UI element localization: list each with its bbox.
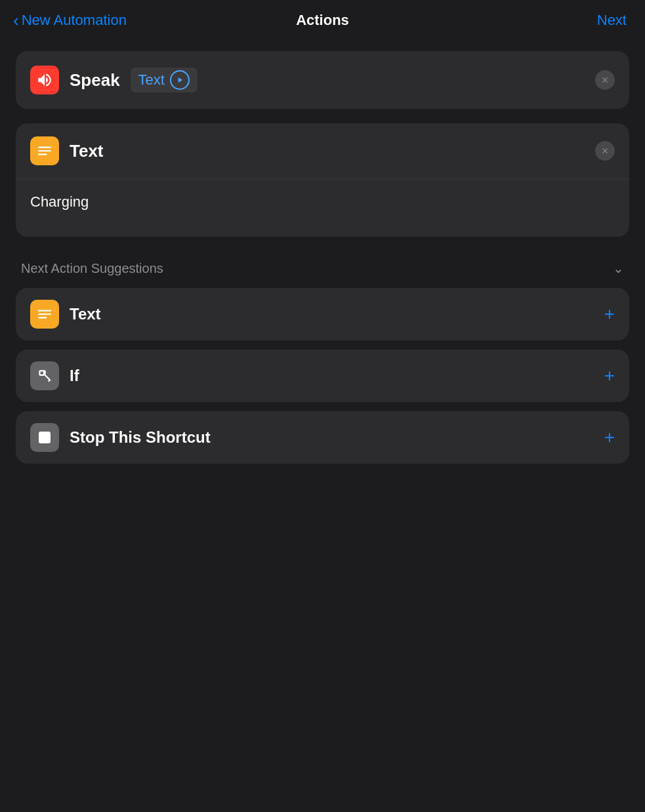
text-card-close-svg — [600, 146, 610, 155]
suggestion-if-icon — [30, 361, 59, 390]
speak-text-token[interactable]: Text — [131, 68, 198, 92]
suggestions-title: Next Action Suggestions — [21, 261, 163, 276]
back-chevron-icon: ‹ — [13, 12, 19, 29]
suggestion-item-stop[interactable]: Stop This Shortcut + — [16, 411, 629, 464]
suggestion-if-add-button[interactable]: + — [604, 367, 615, 385]
text-card-close-button[interactable] — [595, 141, 615, 161]
close-svg — [600, 75, 610, 85]
suggestion-text-add-button[interactable]: + — [604, 305, 615, 323]
text-card-svg — [36, 142, 53, 159]
page-title: Actions — [296, 12, 349, 29]
speak-card: Speak Text — [16, 51, 629, 109]
suggestion-text-icon — [30, 300, 59, 329]
arrow-right-svg — [175, 75, 184, 85]
speak-card-close-button[interactable] — [595, 70, 615, 90]
suggestion-stop-left: Stop This Shortcut — [30, 423, 211, 452]
speak-icon — [30, 66, 59, 94]
suggestion-item-if[interactable]: If + — [16, 350, 629, 402]
text-card-value: Charging — [30, 193, 89, 210]
text-card-icon — [30, 136, 59, 165]
suggestion-if-label: If — [70, 367, 79, 385]
speak-label: Speak — [70, 70, 120, 91]
text-card-header-left: Text — [30, 136, 104, 165]
suggestion-stop-add-button[interactable]: + — [604, 428, 615, 447]
suggestions-header: Next Action Suggestions ⌄ — [16, 256, 629, 288]
speak-text-token-label: Text — [138, 71, 165, 89]
suggestion-item-text[interactable]: Text + — [16, 288, 629, 340]
suggestion-if-left: If — [30, 361, 79, 390]
content-area: Speak Text — [0, 38, 645, 486]
suggestion-text-left: Text — [30, 300, 101, 329]
text-card-content: Charging — [16, 179, 629, 237]
suggestion-text-label: Text — [70, 305, 101, 323]
stop-icon-square — [39, 432, 51, 443]
speak-card-left: Speak Text — [30, 66, 198, 94]
suggestion-stop-label: Stop This Shortcut — [70, 428, 211, 447]
back-label: New Automation — [22, 12, 127, 29]
suggestions-chevron-icon[interactable]: ⌄ — [613, 260, 624, 276]
next-button[interactable]: Next — [597, 12, 627, 29]
suggestion-text-svg — [36, 306, 53, 323]
suggestion-stop-icon — [30, 423, 59, 452]
back-button[interactable]: ‹ New Automation — [13, 12, 127, 29]
text-card-header: Text — [16, 123, 629, 178]
text-card: Text Charging — [16, 123, 629, 237]
speaker-svg — [36, 71, 53, 89]
text-card-label: Text — [70, 141, 104, 161]
speak-text-arrow-icon — [170, 70, 190, 90]
header: ‹ New Automation Actions Next — [0, 0, 645, 38]
suggestion-if-svg — [36, 367, 53, 384]
